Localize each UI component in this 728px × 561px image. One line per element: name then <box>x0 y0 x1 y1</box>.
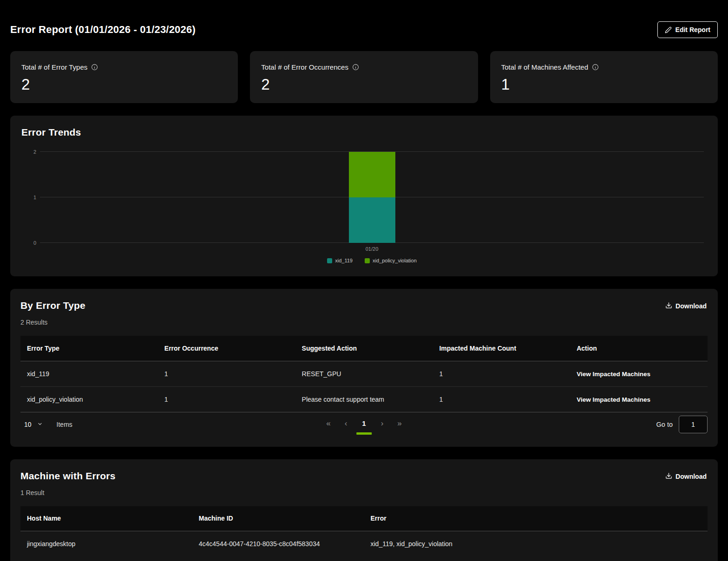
stats-row: Total # of Error Types 2 Total # of Erro… <box>10 51 718 103</box>
table-row: xid_119 1 RESET_GPU 1 View Impacted Mach… <box>20 361 708 386</box>
stat-label: Total # of Error Occurrences <box>261 63 348 71</box>
chart-plot: 01201/20 <box>40 152 704 243</box>
cell-error-type: xid_policy_violation <box>20 386 158 412</box>
machine-with-errors-panel: Machine with Errors Download 1 Result Ho… <box>10 459 718 561</box>
edit-report-button[interactable]: Edit Report <box>657 21 718 38</box>
col-impacted-machine-count: Impacted Machine Count <box>433 336 570 361</box>
cell-machine-id: 4c4c4544-0047-4210-8035-c8c04f583034 <box>192 531 364 557</box>
pager: « ‹ 1 › » <box>322 418 406 429</box>
stat-card-error-types: Total # of Error Types 2 <box>10 51 238 103</box>
stat-value: 1 <box>501 77 707 92</box>
y-axis-tick: 0 <box>19 240 36 246</box>
current-page-indicator <box>356 432 372 435</box>
table-row: jingxiangdesktop 4c4c4544-0047-4210-8035… <box>20 531 708 557</box>
prev-page-button[interactable]: ‹ <box>341 418 351 429</box>
y-axis-tick: 1 <box>19 195 36 200</box>
chart-legend: xid_119xid_policy_violation <box>40 258 704 263</box>
stat-value: 2 <box>261 77 466 92</box>
cell-suggested-action: Please contact support team <box>295 386 433 412</box>
next-page-button[interactable]: › <box>377 418 387 429</box>
stat-card-machines-affected: Total # of Machines Affected 1 <box>490 51 718 103</box>
x-axis-tick: 01/20 <box>366 246 379 252</box>
stat-label: Total # of Error Types <box>21 63 87 71</box>
pencil-icon <box>665 26 672 33</box>
current-page-number: 1 <box>362 419 366 427</box>
download-error-types-button[interactable]: Download <box>664 300 708 312</box>
col-host-name: Host Name <box>20 506 192 531</box>
legend-swatch <box>327 258 332 263</box>
goto-label: Go to <box>656 421 673 428</box>
col-action: Action <box>570 336 708 361</box>
stat-card-error-occurrences: Total # of Error Occurrences 2 <box>250 51 478 103</box>
info-icon[interactable] <box>352 64 359 71</box>
y-axis-tick: 2 <box>19 149 36 155</box>
table-header-row: Host Name Machine ID Error <box>20 506 708 531</box>
download-icon <box>665 472 672 481</box>
page-size-value: 10 <box>24 421 32 428</box>
results-count: 1 Result <box>20 489 708 496</box>
legend-swatch <box>365 258 370 263</box>
by-error-type-title: By Error Type <box>20 300 85 311</box>
col-error-occurrence: Error Occurrence <box>158 336 295 361</box>
view-impacted-machines-link[interactable]: View Impacted Machines <box>577 371 650 378</box>
edit-report-label: Edit Report <box>676 26 710 33</box>
cell-error-occurrence: 1 <box>158 386 295 412</box>
stat-value: 2 <box>21 77 227 92</box>
page-size-select[interactable]: 10 <box>20 418 45 431</box>
cell-host-name: jingxiangdesktop <box>20 531 192 557</box>
error-type-table: Error Type Error Occurrence Suggested Ac… <box>20 336 708 412</box>
download-machines-button[interactable]: Download <box>664 470 708 483</box>
error-trends-title: Error Trends <box>21 127 704 138</box>
machine-with-errors-title: Machine with Errors <box>20 470 116 482</box>
cell-error-type: xid_119 <box>20 361 158 386</box>
page-header: Error Report (01/01/2026 - 01/23/2026) E… <box>10 21 718 38</box>
by-error-type-panel: By Error Type Download 2 Results Error T… <box>10 289 718 447</box>
info-icon[interactable] <box>91 64 98 71</box>
error-report-page: Error Report (01/01/2026 - 01/23/2026) E… <box>0 21 728 561</box>
legend-label: xid_policy_violation <box>373 258 417 263</box>
legend-label: xid_119 <box>335 258 353 263</box>
download-label: Download <box>676 302 707 310</box>
current-page[interactable]: 1 <box>357 418 370 428</box>
bar-segment-xid_policy_violation <box>349 152 395 197</box>
cell-error-occurrence: 1 <box>158 361 295 386</box>
cell-error: xid_119, xid_policy_violation <box>364 531 708 557</box>
download-label: Download <box>676 473 707 480</box>
cell-impacted-count: 1 <box>433 361 570 386</box>
goto-page-input[interactable] <box>679 416 708 433</box>
col-suggested-action: Suggested Action <box>295 336 433 361</box>
cell-suggested-action: RESET_GPU <box>295 361 433 386</box>
col-machine-id: Machine ID <box>192 506 364 531</box>
stacked-bar <box>349 152 395 243</box>
col-error: Error <box>364 506 708 531</box>
items-label: Items <box>57 421 72 428</box>
col-error-type: Error Type <box>20 336 158 361</box>
cell-impacted-count: 1 <box>433 386 570 412</box>
pagination: 10 Items « ‹ 1 › » Go to <box>20 412 708 437</box>
download-icon <box>665 302 672 310</box>
info-icon[interactable] <box>592 64 599 71</box>
legend-item-xid_119[interactable]: xid_119 <box>327 258 353 263</box>
table-header-row: Error Type Error Occurrence Suggested Ac… <box>20 336 708 361</box>
view-impacted-machines-link[interactable]: View Impacted Machines <box>577 396 650 403</box>
first-page-button[interactable]: « <box>322 418 334 429</box>
last-page-button[interactable]: » <box>394 418 405 429</box>
error-trends-panel: Error Trends 01201/20 xid_119xid_policy_… <box>10 116 718 276</box>
machine-table: Host Name Machine ID Error jingxiangdesk… <box>20 506 708 557</box>
stat-label: Total # of Machines Affected <box>501 63 588 71</box>
table-row: xid_policy_violation 1 Please contact su… <box>20 386 708 412</box>
results-count: 2 Results <box>20 319 708 326</box>
chevron-down-icon <box>37 421 43 428</box>
page-title: Error Report (01/01/2026 - 01/23/2026) <box>10 24 196 36</box>
error-trends-chart: 01201/20 xid_119xid_policy_violation <box>21 152 704 263</box>
legend-item-xid_policy_violation[interactable]: xid_policy_violation <box>365 258 417 263</box>
bar-segment-xid_119 <box>349 197 395 243</box>
